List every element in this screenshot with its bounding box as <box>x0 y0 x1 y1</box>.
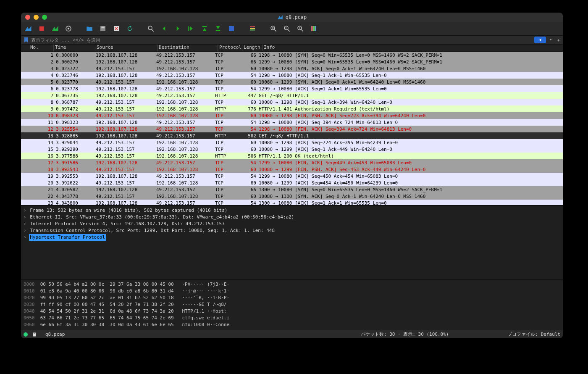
packet-row[interactable]: 234.043800192.168.107.12849.212.153.157T… <box>21 200 563 205</box>
colorize-button[interactable] <box>248 24 257 33</box>
titlebar: q8.pcap <box>21 13 563 22</box>
packet-row[interactable]: 10.000000192.168.107.12849.212.153.157TC… <box>21 52 563 58</box>
packet-row[interactable]: 193.992553192.168.107.12849.212.153.157T… <box>21 173 563 179</box>
go-to-last-button[interactable] <box>213 24 223 33</box>
svg-rect-4 <box>101 27 105 29</box>
packet-row[interactable]: 203.99262249.212.153.157192.168.107.128T… <box>21 179 563 186</box>
svg-line-23 <box>301 29 303 32</box>
go-to-packet-button[interactable] <box>186 24 196 33</box>
packet-row[interactable]: 70.067735192.168.107.12849.212.153.157HT… <box>21 92 563 99</box>
wireshark-fin-icon <box>277 14 283 20</box>
col-time[interactable]: Time <box>53 45 95 51</box>
main-toolbar: 1 <box>21 22 563 36</box>
svg-rect-27 <box>315 26 316 31</box>
packet-row[interactable]: 163.97758849.212.153.157192.168.107.128H… <box>21 153 563 159</box>
packet-row[interactable]: 224.04377849.212.153.157192.168.107.128T… <box>21 193 563 200</box>
filter-bar: 表示フィルタ ... <⌘/> を適用 ＋ <box>21 36 563 45</box>
svg-rect-10 <box>216 30 220 31</box>
packet-row[interactable]: 214.020582192.168.107.12849.212.153.157T… <box>21 186 563 193</box>
tree-line[interactable]: Transmission Control Protocol, Src Port:… <box>24 227 560 234</box>
col-destination[interactable]: Destination <box>157 45 218 51</box>
svg-line-20 <box>288 29 290 32</box>
add-filter-button[interactable]: ＋ <box>555 37 561 43</box>
col-no[interactable]: No. <box>29 45 53 51</box>
zoom-out-button[interactable] <box>282 24 291 33</box>
tree-line[interactable]: › Hypertext Transfer Protocol <box>24 234 560 241</box>
apply-filter-button[interactable] <box>534 37 546 43</box>
svg-rect-0 <box>39 26 44 31</box>
svg-point-6 <box>148 26 152 30</box>
display-filter-input[interactable]: 表示フィルタ ... <⌘/> を適用 <box>31 37 534 43</box>
col-source[interactable]: Source <box>95 45 157 51</box>
reload-file-button[interactable] <box>125 24 134 33</box>
tree-line[interactable]: Frame 13: 502 bytes on wire (4016 bits),… <box>24 207 560 214</box>
packet-row[interactable]: 40.023746192.168.107.12849.212.153.157TC… <box>21 72 563 79</box>
col-length[interactable]: Length <box>242 45 262 51</box>
svg-line-16 <box>274 29 276 32</box>
svg-point-2 <box>68 28 70 30</box>
hex-line[interactable]: 0050 63 74 66 71 2e 73 77 65 65 74 64 75… <box>24 315 560 321</box>
col-info[interactable]: Info <box>262 45 563 51</box>
status-profile[interactable]: プロファイル: Default <box>507 331 560 337</box>
app-window: q8.pcap 1 表示フィルタ ... <⌘/> を適用 ＋ <box>21 13 563 338</box>
packet-row[interactable]: 60.023778192.168.107.12849.212.153.157TC… <box>21 85 563 92</box>
go-to-first-button[interactable] <box>200 24 209 33</box>
packet-list-header[interactable]: No. Time Source Destination Protocol Len… <box>21 45 563 52</box>
hex-line[interactable]: 0020 99 9d 05 13 27 60 52 2c ae 01 31 b7… <box>24 295 560 301</box>
packet-list[interactable]: 10.000000192.168.107.12849.212.153.157TC… <box>21 52 563 205</box>
svg-rect-12 <box>250 26 255 27</box>
tree-line[interactable]: Internet Protocol Version 4, Src: 192.16… <box>24 221 560 227</box>
hex-line[interactable]: 0030 ff ff 90 cf 00 00 47 45 54 20 2f 7e… <box>24 301 560 308</box>
auto-scroll-button[interactable] <box>227 24 236 33</box>
zoom-reset-button[interactable]: 1 <box>296 24 305 33</box>
packet-row[interactable]: 100.09832349.212.153.157192.168.107.128T… <box>21 112 563 119</box>
bookmark-icon[interactable] <box>23 37 29 43</box>
packet-row[interactable]: 80.06878749.212.153.157192.168.107.128TC… <box>21 99 563 105</box>
close-file-button[interactable] <box>112 24 121 33</box>
packet-row[interactable]: 133.928885192.168.107.12849.212.153.157H… <box>21 132 563 139</box>
svg-rect-8 <box>188 26 189 31</box>
expert-info-indicator[interactable] <box>24 332 28 337</box>
status-packet-count: パケット数: 30 · 表示: 30 (100.0%) <box>361 331 449 337</box>
go-back-button[interactable] <box>160 24 169 33</box>
packet-row[interactable]: 110.098323192.168.107.12849.212.153.157T… <box>21 119 563 126</box>
packet-details-pane[interactable]: Frame 13: 502 bytes on wire (4016 bits),… <box>21 205 563 244</box>
packet-row[interactable]: 153.92929049.212.153.157192.168.107.128T… <box>21 146 563 153</box>
packet-row[interactable]: 173.991586192.168.107.12849.212.153.157T… <box>21 159 563 166</box>
packet-row[interactable]: 50.02377049.212.153.157192.168.107.128TC… <box>21 79 563 85</box>
col-protocol[interactable]: Protocol <box>218 45 242 51</box>
tree-line[interactable]: Ethernet II, Src: VMware_37:6a:33 (00:0c… <box>24 214 560 221</box>
status-file-name[interactable]: q8.pcap <box>45 332 65 337</box>
svg-text:1: 1 <box>299 26 300 29</box>
stop-capture-button[interactable] <box>37 24 46 33</box>
hex-line[interactable]: 0000 00 50 56 e4 b4 a2 00 0c 29 37 6a 33… <box>24 281 560 288</box>
packet-scroll-strip[interactable] <box>558 52 563 205</box>
svg-rect-26 <box>313 26 315 31</box>
find-packet-button[interactable] <box>146 24 155 33</box>
packet-row[interactable]: 90.09747249.212.153.157192.168.107.128HT… <box>21 105 563 112</box>
hex-line[interactable]: 0060 6e 66 6f 3a 31 30 30 38 30 0d 0a 43… <box>24 321 560 328</box>
window-title: q8.pcap <box>286 14 307 20</box>
svg-rect-29 <box>34 333 35 334</box>
packet-row[interactable]: 123.925554192.168.107.12849.212.153.157T… <box>21 126 563 132</box>
save-file-button[interactable] <box>98 24 108 33</box>
hex-line[interactable]: 0040 48 54 54 50 2f 31 2e 31 0d 0a 48 6f… <box>24 308 560 315</box>
restart-capture-button[interactable] <box>50 24 60 33</box>
capture-options-button[interactable] <box>64 24 73 33</box>
status-bar: q8.pcap パケット数: 30 · 表示: 30 (100.0%) プロファ… <box>21 330 563 338</box>
filter-history-dropdown[interactable] <box>548 37 554 43</box>
start-capture-button[interactable] <box>24 24 33 33</box>
packet-row[interactable]: 143.92904449.212.153.157192.168.107.128T… <box>21 139 563 146</box>
svg-rect-28 <box>33 332 36 336</box>
packet-bytes-pane[interactable]: 0000 00 50 56 e4 b4 a2 00 0c 29 37 6a 33… <box>21 279 563 330</box>
svg-rect-13 <box>250 28 255 29</box>
packet-row[interactable]: 30.02372249.212.153.157192.168.107.128TC… <box>21 65 563 72</box>
svg-rect-14 <box>250 29 255 30</box>
packet-row[interactable]: 20.000270192.168.107.12849.212.153.157TC… <box>21 58 563 65</box>
hex-line[interactable]: 0010 01 e8 6a 9a 40 00 80 06 96 db c0 a8… <box>24 288 560 295</box>
packet-row[interactable]: 183.99254349.212.153.157192.168.107.128T… <box>21 166 563 173</box>
open-file-button[interactable] <box>85 24 94 33</box>
go-forward-button[interactable] <box>173 24 182 33</box>
resize-columns-button[interactable] <box>309 24 318 33</box>
zoom-in-button[interactable] <box>269 24 278 33</box>
